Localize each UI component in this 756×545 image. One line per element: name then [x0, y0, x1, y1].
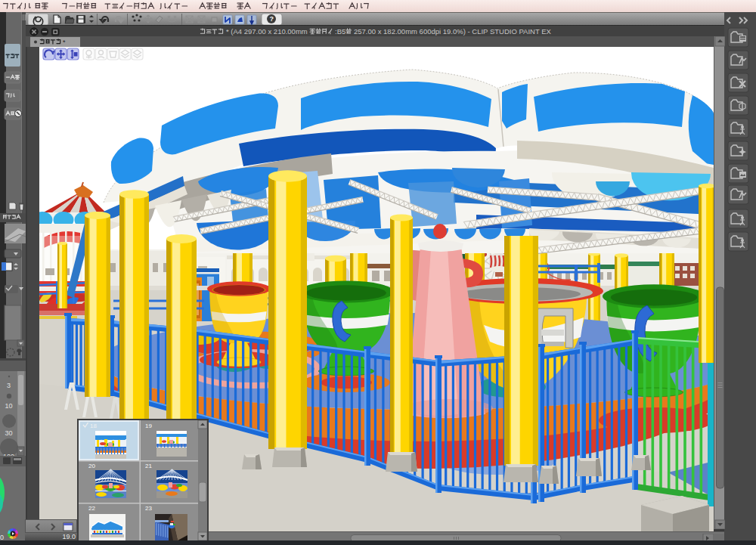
- svg-text:23: 23: [145, 505, 152, 512]
- svg-text:30: 30: [5, 429, 13, 437]
- svg-text:* (A4 297.00 x 210.00mm: * (A4 297.00 x 210.00mm: [226, 27, 308, 36]
- svg-text::B5: :B5: [335, 27, 345, 36]
- svg-text:*: *: [63, 39, 66, 46]
- svg-text:18: 18: [90, 423, 97, 429]
- svg-text:20: 20: [88, 463, 95, 469]
- svg-text:10: 10: [5, 402, 13, 410]
- svg-text:19: 19: [145, 423, 152, 429]
- svg-text:22: 22: [88, 505, 95, 512]
- svg-text:21: 21: [145, 463, 152, 469]
- svg-text:?: ?: [270, 15, 274, 23]
- svg-text:257.00 x 182.00mm 600dpi 19.0%: 257.00 x 182.00mm 600dpi 19.0%) - CLIP S…: [354, 27, 552, 36]
- svg-text:3: 3: [7, 382, 11, 389]
